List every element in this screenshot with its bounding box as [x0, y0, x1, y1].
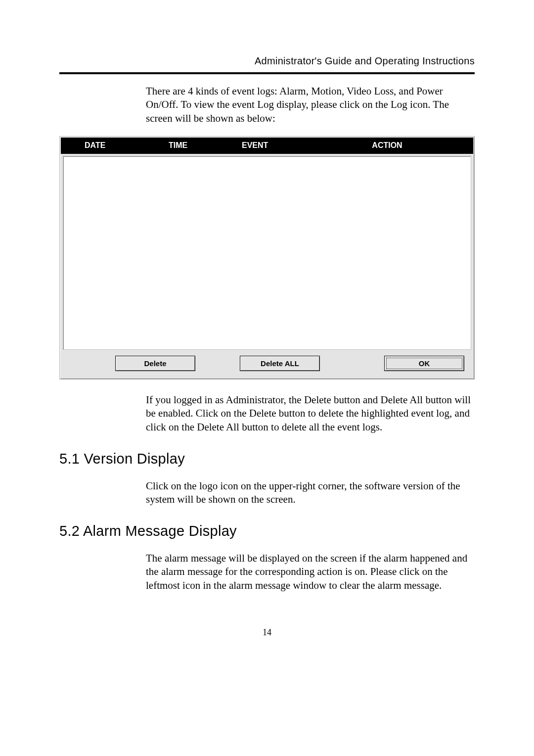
delete-all-button[interactable]: Delete ALL	[240, 356, 320, 372]
event-log-list[interactable]	[63, 156, 471, 350]
running-header: Administrator's Guide and Operating Inst…	[59, 54, 475, 67]
column-header-date: DATE	[61, 141, 169, 151]
event-log-window: DATE TIME EVENT ACTION Delete Delete ALL…	[59, 136, 475, 379]
column-header-time: TIME	[169, 141, 238, 151]
column-header-event: EVENT	[238, 141, 341, 151]
delete-button[interactable]: Delete	[115, 356, 195, 372]
page-number: 14	[59, 627, 475, 638]
header-rule	[59, 72, 475, 74]
admin-paragraph: If you logged in as Administrator, the D…	[146, 393, 475, 434]
button-row: Delete Delete ALL OK	[61, 352, 473, 378]
ok-button[interactable]: OK	[384, 356, 464, 372]
intro-paragraph: There are 4 kinds of event logs: Alarm, …	[146, 85, 475, 125]
section-5-1-body: Click on the logo icon on the upper-righ…	[146, 479, 475, 507]
section-5-2-body: The alarm message will be displayed on t…	[146, 552, 475, 592]
column-header-action: ACTION	[341, 141, 473, 151]
section-5-2-heading: 5.2 Alarm Message Display	[59, 522, 475, 541]
section-5-1-heading: 5.1 Version Display	[59, 450, 475, 469]
column-header-row: DATE TIME EVENT ACTION	[61, 138, 473, 154]
